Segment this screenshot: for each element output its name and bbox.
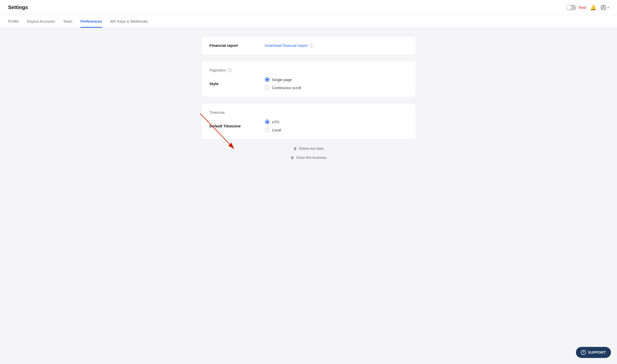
timezone-section-title: Timezone: [209, 111, 408, 115]
default-timezone-label: Default Timezone: [209, 124, 265, 128]
svg-point-1: [603, 6, 604, 8]
main-content: Financial report Download financial repo…: [195, 28, 422, 181]
settings-nav: Profile Payout Accounts Team Preferences…: [0, 15, 617, 28]
pagination-style-row: Style Single page Continuous scroll: [209, 77, 408, 90]
continuous-scroll-option[interactable]: Continuous scroll: [265, 85, 301, 90]
user-menu-chevron-icon: ▾: [607, 6, 609, 9]
toggle-knob: [567, 5, 571, 10]
financial-report-info-icon[interactable]: i: [310, 44, 314, 48]
single-page-radio-inner: [266, 79, 268, 81]
financial-report-value: Download financial report i: [265, 43, 314, 48]
header: Settings Test 🔔 ▾: [0, 0, 617, 15]
pagination-info-icon[interactable]: ?: [228, 68, 232, 72]
support-button[interactable]: ? SUPPORT: [576, 347, 611, 358]
utc-radio-inner: [266, 121, 268, 123]
local-option[interactable]: Local: [265, 128, 281, 132]
single-page-radio[interactable]: [265, 77, 269, 82]
user-menu[interactable]: ▾: [600, 5, 609, 11]
tab-preferences[interactable]: Preferences: [80, 15, 102, 28]
pagination-title-text: Pagination: [209, 68, 226, 72]
delete-trash-icon: 🗑: [293, 147, 297, 151]
timezone-card: Timezone Default Timezone UTC Local: [201, 103, 416, 139]
close-business-label: Close this business: [296, 156, 327, 160]
utc-option[interactable]: UTC: [265, 120, 281, 124]
single-page-label: Single page: [272, 78, 292, 82]
tab-team[interactable]: Team: [63, 15, 72, 28]
tab-api-keys[interactable]: API Keys & Webhooks: [110, 15, 148, 28]
delete-test-data-label: Delete test data: [299, 147, 324, 151]
timezone-row: Default Timezone UTC Local: [209, 120, 408, 132]
bottom-actions: 🗑 Delete test data 🗑 Close this business: [201, 145, 416, 161]
style-label: Style: [209, 82, 265, 86]
continuous-scroll-label: Continuous scroll: [272, 86, 301, 90]
notifications-bell-icon[interactable]: 🔔: [590, 5, 596, 11]
support-question-icon: ?: [581, 350, 586, 355]
tab-payout-accounts[interactable]: Payout Accounts: [27, 15, 55, 28]
timezone-title-text: Timezone: [209, 111, 225, 115]
continuous-scroll-radio[interactable]: [265, 85, 269, 90]
user-circle-icon: [600, 5, 606, 11]
timezone-options: UTC Local: [265, 120, 281, 132]
pagination-card: Pagination ? Style Single page Continuou…: [201, 61, 416, 97]
tab-profile[interactable]: Profile: [8, 15, 19, 28]
header-actions: Test 🔔 ▾: [566, 5, 609, 11]
download-financial-report-link[interactable]: Download financial report: [265, 43, 307, 48]
utc-label: UTC: [272, 120, 280, 124]
pagination-section-title: Pagination ?: [209, 68, 408, 72]
financial-report-card: Financial report Download financial repo…: [201, 36, 416, 55]
financial-report-row: Financial report Download financial repo…: [209, 43, 408, 48]
single-page-option[interactable]: Single page: [265, 77, 301, 82]
delete-test-data-button[interactable]: 🗑 Delete test data: [291, 145, 326, 152]
page-title: Settings: [8, 5, 28, 10]
test-mode-label: Test: [578, 5, 586, 10]
close-business-trash-icon: 🗑: [291, 156, 294, 160]
close-business-button[interactable]: 🗑 Close this business: [289, 155, 329, 161]
test-toggle-container: Test: [566, 5, 586, 10]
support-label: SUPPORT: [588, 350, 606, 354]
utc-radio[interactable]: [265, 120, 269, 124]
local-label: Local: [272, 128, 281, 132]
pagination-style-options: Single page Continuous scroll: [265, 77, 301, 90]
financial-report-label: Financial report: [209, 43, 265, 48]
local-radio[interactable]: [265, 128, 269, 132]
test-mode-toggle[interactable]: [566, 5, 576, 10]
